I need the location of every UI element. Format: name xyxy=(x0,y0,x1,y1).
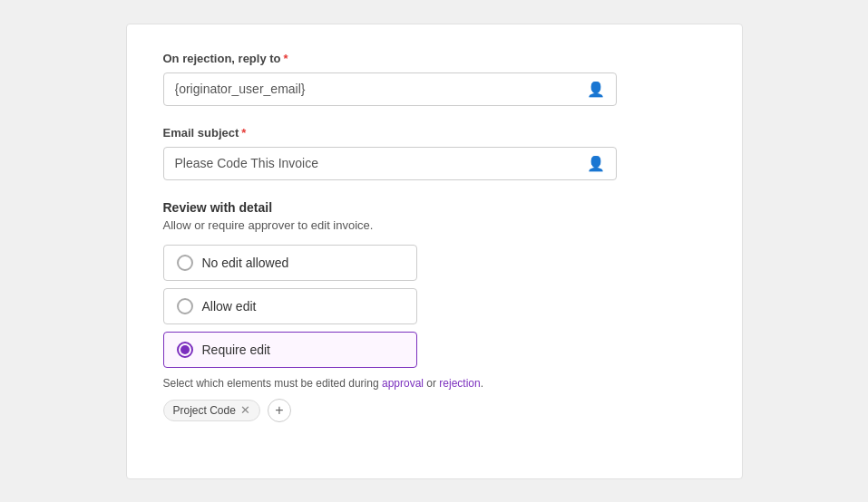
tag-label: Project Code xyxy=(173,404,236,417)
form-card: On rejection, reply to * 👤 Email subject… xyxy=(126,24,743,479)
radio-circle-require-edit xyxy=(177,342,193,358)
required-marker: * xyxy=(284,52,288,65)
approval-link[interactable]: approval xyxy=(382,377,424,390)
review-section: Review with detail Allow or require appr… xyxy=(163,200,706,422)
radio-label-allow-edit: Allow edit xyxy=(202,299,257,314)
required-marker-2: * xyxy=(241,126,246,140)
radio-circle-no-edit xyxy=(177,255,193,271)
add-tag-button[interactable]: + xyxy=(268,399,291,422)
email-subject-input-wrapper: 👤 xyxy=(163,147,617,180)
radio-allow-edit[interactable]: Allow edit xyxy=(163,288,417,324)
tags-row: Project Code ✕ + xyxy=(163,399,706,422)
review-section-title: Review with detail xyxy=(163,200,706,215)
person-icon-2[interactable]: 👤 xyxy=(587,155,605,172)
radio-circle-allow-edit xyxy=(177,298,193,314)
radio-require-edit[interactable]: Require edit xyxy=(163,332,417,368)
radio-inner-require-edit xyxy=(180,345,190,354)
rejection-reply-field: On rejection, reply to * 👤 xyxy=(163,52,706,106)
radio-label-no-edit: No edit allowed xyxy=(202,256,289,270)
radio-label-require-edit: Require edit xyxy=(202,343,271,357)
email-subject-field: Email subject * 👤 xyxy=(163,126,706,180)
select-hint: Select which elements must be edited dur… xyxy=(163,377,706,390)
rejection-reply-label: On rejection, reply to * xyxy=(163,52,706,65)
radio-no-edit[interactable]: No edit allowed xyxy=(163,245,417,281)
rejection-reply-input[interactable] xyxy=(175,82,580,96)
email-subject-input[interactable] xyxy=(175,156,580,170)
tag-project-code: Project Code ✕ xyxy=(163,400,260,421)
person-icon[interactable]: 👤 xyxy=(587,81,605,98)
tag-remove-button[interactable]: ✕ xyxy=(240,404,250,416)
review-section-desc: Allow or require approver to edit invoic… xyxy=(163,218,706,232)
rejection-link[interactable]: rejection xyxy=(439,377,480,390)
email-subject-label: Email subject * xyxy=(163,126,706,140)
rejection-reply-input-wrapper: 👤 xyxy=(163,72,617,106)
